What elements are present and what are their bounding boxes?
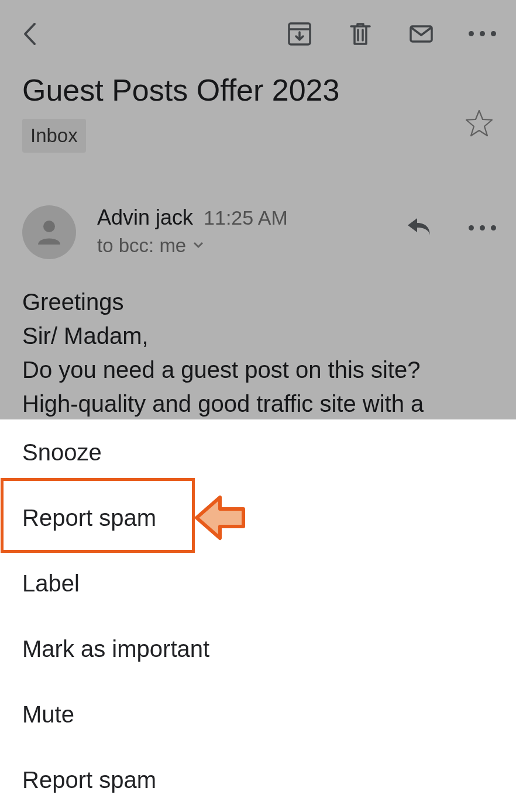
toolbar bbox=[0, 0, 516, 67]
chevron-down-icon bbox=[192, 238, 205, 253]
menu-item-label[interactable]: Label bbox=[0, 550, 516, 616]
mark-unread-icon[interactable] bbox=[407, 20, 435, 48]
sender-name: Advin jack bbox=[97, 205, 193, 230]
overflow-menu: Snooze Report spam Label Mark as importa… bbox=[0, 419, 516, 812]
sender-row: Advin jack 11:25 AM to bcc: me bbox=[0, 153, 516, 259]
body-line: High-quality and good traffic site with … bbox=[22, 391, 424, 417]
recipient-text: to bcc: me bbox=[97, 235, 186, 257]
email-body: Greetings Sir/ Madam, Do you need a gues… bbox=[0, 259, 516, 421]
message-more-icon[interactable] bbox=[469, 225, 496, 230]
svg-point-3 bbox=[43, 221, 55, 232]
back-icon[interactable] bbox=[16, 20, 44, 48]
menu-item-report-spam-2[interactable]: Report spam bbox=[0, 747, 516, 812]
more-icon[interactable] bbox=[468, 20, 496, 48]
sender-time: 11:25 AM bbox=[204, 207, 288, 229]
menu-item-mute[interactable]: Mute bbox=[0, 682, 516, 747]
star-icon[interactable] bbox=[465, 73, 494, 140]
recipient-dropdown[interactable]: to bcc: me bbox=[97, 235, 404, 257]
menu-item-snooze[interactable]: Snooze bbox=[0, 419, 516, 485]
body-line: Greetings bbox=[22, 289, 123, 315]
menu-item-mark-important[interactable]: Mark as important bbox=[0, 616, 516, 682]
email-view-background: Guest Posts Offer 2023 Inbox Advin jack … bbox=[0, 0, 516, 419]
delete-icon[interactable] bbox=[346, 20, 374, 48]
body-line: Sir/ Madam, bbox=[22, 323, 149, 349]
body-line: Do you need a guest post on this site? bbox=[22, 357, 420, 383]
menu-item-report-spam[interactable]: Report spam bbox=[0, 485, 516, 550]
reply-icon[interactable] bbox=[404, 212, 434, 244]
archive-icon[interactable] bbox=[285, 20, 314, 48]
email-subject: Guest Posts Offer 2023 bbox=[22, 73, 465, 108]
inbox-label-chip[interactable]: Inbox bbox=[22, 119, 86, 153]
avatar[interactable] bbox=[22, 205, 76, 259]
subject-row: Guest Posts Offer 2023 Inbox bbox=[0, 67, 516, 153]
